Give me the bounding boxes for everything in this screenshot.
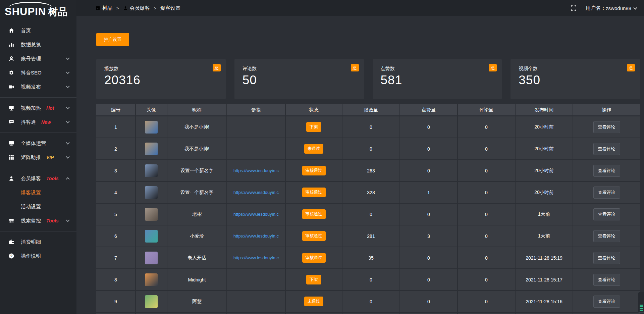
cell-plays: 281 <box>342 225 400 247</box>
user-menu[interactable]: 用户名：zswodun88 <box>586 5 637 11</box>
view-comments-button[interactable]: 查看评论 <box>593 230 620 242</box>
cell-status: 下架 <box>286 269 342 290</box>
video-link[interactable]: https://www.iesdouyin.c <box>233 190 279 195</box>
cell-likes: 3 <box>400 225 458 247</box>
avatar <box>145 143 158 155</box>
sidebar-item[interactable]: 抖客通 New <box>0 115 76 129</box>
cell-link: https://www.iesdouyin.c <box>227 247 286 268</box>
sidebar-item[interactable]: 抖音SEO <box>0 66 76 80</box>
view-comments-button[interactable]: 查看评论 <box>593 143 620 155</box>
sidebar-item[interactable]: 会员爆客 Tools <box>0 171 76 186</box>
sidebar-item[interactable]: 全媒体运营 <box>0 136 76 150</box>
stat-card: 播放数 20316 总 <box>96 59 226 99</box>
sidebar-item-badge: Hot <box>46 105 54 111</box>
view-comments-button[interactable]: 查看评论 <box>593 121 620 133</box>
breadcrumb-item[interactable]: 会员爆客 <box>123 5 150 11</box>
menu-divider <box>0 231 76 231</box>
cell-id: 1 <box>96 116 136 138</box>
column-header: 评论量 <box>458 104 516 115</box>
view-comments-button[interactable]: 查看评论 <box>593 165 620 177</box>
chevron-down-icon <box>66 84 69 88</box>
username-label: 用户名： <box>586 5 606 11</box>
cell-status: 下架 <box>286 116 342 138</box>
table-row: 3 设置一个新名字 https://www.iesdouyin.c 审核通过 2… <box>96 160 640 182</box>
cell-action: 查看评论 <box>573 291 640 312</box>
cell-comments: 0 <box>458 204 516 225</box>
chevron-down-icon <box>66 141 69 144</box>
cell-avatar <box>136 225 167 247</box>
cell-link: https://www.iesdouyin.c <box>227 204 286 225</box>
video-link[interactable]: https://www.iesdouyin.c <box>233 212 279 217</box>
avatar <box>145 295 158 308</box>
table-row: 4 设置一个新名字 https://www.iesdouyin.c 审核通过 3… <box>96 182 640 204</box>
sidebar-item-label: 线索监控 <box>21 218 41 224</box>
cell-action: 查看评论 <box>573 247 640 268</box>
sidebar-item[interactable]: 消费明细 <box>0 235 76 249</box>
sidebar-subitem-item[interactable]: 活动设置 <box>0 200 76 214</box>
home-icon <box>8 27 15 34</box>
view-comments-button[interactable]: 查看评论 <box>593 274 620 286</box>
column-header: 头像 <box>136 104 167 115</box>
view-comments-button[interactable]: 查看评论 <box>593 296 620 308</box>
avatar <box>145 252 158 264</box>
cell-publish-time: 20小时前 <box>516 138 573 159</box>
cell-avatar <box>136 269 167 290</box>
breadcrumb-separator: > <box>116 6 119 11</box>
breadcrumb-label: 爆客设置 <box>160 5 180 11</box>
cell-comments: 0 <box>458 116 516 138</box>
breadcrumb-item[interactable]: 树品 <box>96 5 112 11</box>
svg-text:?: ? <box>10 254 12 258</box>
cell-status: 审核通过 <box>286 160 342 181</box>
sidebar-item[interactable]: 视频加热 Hot <box>0 101 76 115</box>
cell-avatar <box>136 313 167 314</box>
sidebar-item[interactable]: 首页 <box>0 23 76 38</box>
cell-nickname: 设置一个新名字 <box>167 160 227 181</box>
cell-link <box>227 269 286 290</box>
sidebar-subitem-active[interactable]: 爆客设置 <box>0 186 76 200</box>
column-header: 操作 <box>573 104 640 115</box>
breadcrumb-separator: > <box>154 6 157 11</box>
table-row: 1 我不是小帅! 下架 0 0 0 20小时前 查看评论 <box>96 116 640 138</box>
cell-nickname: 小爱玲 <box>167 225 227 247</box>
avatar <box>145 186 158 199</box>
sidebar-item[interactable]: 账号管理 <box>0 52 76 66</box>
cell-comments: 0 <box>458 138 516 159</box>
sidebar-item-label: 操作说明 <box>21 253 41 259</box>
total-badge: 总 <box>351 64 359 71</box>
view-comments-button[interactable]: 查看评论 <box>593 252 620 264</box>
sidebar-item-label: 账号管理 <box>21 56 41 62</box>
view-comments-button[interactable]: 查看评论 <box>593 187 620 199</box>
cell-likes: 0 <box>400 269 458 290</box>
sidebar-item[interactable]: 数据总览 <box>0 38 76 52</box>
cell-plays: 0 <box>342 138 400 159</box>
stat-label: 播放数 <box>104 66 218 72</box>
breadcrumb-item[interactable]: 爆客设置 <box>160 5 180 11</box>
video-link[interactable]: https://www.iesdouyin.c <box>233 168 279 173</box>
chevron-down-icon <box>66 70 69 74</box>
cell-plays: 0 <box>342 116 400 138</box>
sidebar-item[interactable]: ? 操作说明 <box>0 249 76 263</box>
view-comments-button[interactable]: 查看评论 <box>593 208 620 220</box>
video-link[interactable]: https://www.iesdouyin.c <box>233 255 279 260</box>
status-badge: 下架 <box>306 275 321 284</box>
cell-status: 审核通过 <box>286 204 342 225</box>
cell-link <box>227 313 286 314</box>
promo-settings-button[interactable]: 推广设置 <box>96 33 129 46</box>
sidebar-item[interactable]: 视频发布 <box>0 80 76 94</box>
table-row: 7 老人开店 https://www.iesdouyin.c 审核通过 35 0… <box>96 247 640 269</box>
floating-widget[interactable] <box>638 292 644 313</box>
sidebar-item-label: 矩阵助推 <box>21 154 41 161</box>
cell-id: 4 <box>96 182 136 203</box>
table-row: 5 老彬 https://www.iesdouyin.c 审核通过 0 0 0 … <box>96 204 640 225</box>
total-badge: 总 <box>213 64 221 71</box>
fullscreen-icon[interactable] <box>571 5 576 11</box>
cell-likes: 0 <box>400 116 458 138</box>
video-link[interactable]: https://www.iesdouyin.c <box>233 233 279 239</box>
breadcrumb: 树品 > 会员爆客 > 爆客设置 <box>96 5 180 11</box>
sidebar-item[interactable]: 线索监控 Tools <box>0 214 76 228</box>
cell-publish-time: 2021-11-28 15:19 <box>516 247 573 268</box>
sidebar-item[interactable]: 矩阵助推 VIP <box>0 150 76 164</box>
cell-status: 未通过 <box>286 138 342 159</box>
cell-nickname: 阿慧 <box>167 291 227 312</box>
cell-likes: 0 <box>400 204 458 225</box>
